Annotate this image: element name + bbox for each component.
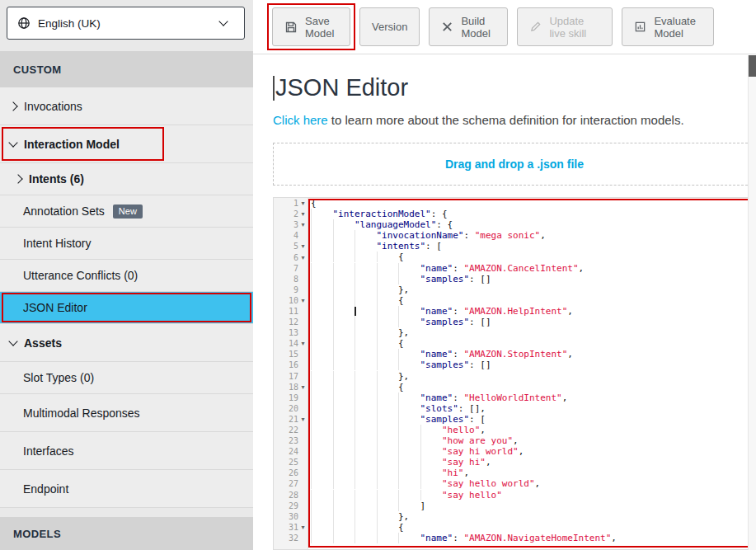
help-link[interactable]: Click here <box>273 113 328 127</box>
button-label: Build Model <box>461 15 495 40</box>
sidebar-item-label: JSON Editor <box>23 301 87 314</box>
dropzone-label: Drag and drop a .json file <box>445 157 584 171</box>
sidebar-item-interaction-model[interactable]: Interaction Model <box>0 125 253 163</box>
sidebar-item-interfaces[interactable]: Interfaces <box>0 432 253 470</box>
sidebar-item-label: Interaction Model <box>24 138 120 151</box>
button-label: Version <box>372 21 407 33</box>
sidebar-item-label: Intent History <box>23 237 91 250</box>
sidebar-item-invocations[interactable]: Invocations <box>0 87 253 125</box>
build-model-button[interactable]: Build Model <box>429 7 508 46</box>
main-panel: Save Model Version Build Model Update li… <box>253 0 756 550</box>
globe-icon <box>17 16 31 30</box>
build-icon <box>441 21 453 33</box>
sidebar-item-label: Utterance Conflicts (0) <box>23 269 138 282</box>
sidebar-item-label: Slot Types (0) <box>23 371 94 384</box>
sidebar-item-intents[interactable]: Intents (6) <box>0 163 253 195</box>
chevron-right-icon <box>13 174 22 183</box>
button-label: Update live skill <box>549 15 600 40</box>
chevron-right-icon <box>8 101 17 110</box>
page-scrollbar[interactable] <box>748 55 756 550</box>
app-window: English (UK) CUSTOM Invocations Interact… <box>0 0 756 550</box>
sidebar-item-label: Invocations <box>24 100 82 113</box>
toolbar: Save Model Version Build Model Update li… <box>253 0 756 54</box>
save-model-button[interactable]: Save Model <box>272 7 350 46</box>
button-label: Save Model <box>305 15 338 40</box>
sidebar-item-label: Interfaces <box>23 444 73 458</box>
sidebar-item-intent-history[interactable]: Intent History <box>0 228 253 260</box>
button-label: Evaluate Model <box>654 15 702 40</box>
sidebar-item-label: Endpoint <box>23 482 68 496</box>
sidebar-nav: Invocations Interaction Model Intents (6… <box>0 87 253 508</box>
chevron-down-icon <box>220 21 234 25</box>
sidebar-item-multimodal-responses[interactable]: Multimodal Responses <box>0 394 253 432</box>
custom-section-header: CUSTOM <box>0 51 253 87</box>
sidebar-item-json-editor[interactable]: JSON Editor <box>0 292 253 324</box>
sidebar-item-assets[interactable]: Assets <box>0 324 253 362</box>
sidebar-item-label: Intents (6) <box>29 172 84 186</box>
update-live-skill-button[interactable]: Update live skill <box>517 7 613 46</box>
page-title: JSON Editor <box>273 74 756 101</box>
editor-code[interactable]: { "interactionModel": { "languageModel":… <box>308 198 756 549</box>
content-area: JSON Editor Click here to learn more abo… <box>253 54 756 550</box>
save-icon <box>284 21 298 34</box>
sidebar-item-label: Multimodal Responses <box>23 407 140 420</box>
new-badge: New <box>113 204 143 219</box>
sidebar-item-label: Assets <box>24 336 62 350</box>
json-dropzone[interactable]: Drag and drop a .json file <box>273 143 756 186</box>
version-button[interactable]: Version <box>359 7 420 46</box>
scrollbar-thumb[interactable] <box>749 55 756 77</box>
json-code-editor[interactable]: 1▾2▾3▾45▾6▾78910▾11121314▾15161718▾19202… <box>273 197 756 550</box>
sidebar-item-label: Annotation Sets <box>23 204 105 218</box>
chevron-down-icon <box>8 138 17 147</box>
page-title-text: JSON Editor <box>275 74 408 101</box>
editor-gutter: 1▾2▾3▾45▾6▾78910▾11121314▾15161718▾19202… <box>274 198 308 549</box>
language-selector-value: English (UK) <box>38 17 101 30</box>
language-selector[interactable]: English (UK) <box>7 7 245 40</box>
help-text-rest: to learn more about the schema definitio… <box>328 113 684 127</box>
sidebar-item-utterance-conflicts[interactable]: Utterance Conflicts (0) <box>0 260 253 292</box>
sidebar-item-endpoint[interactable]: Endpoint <box>0 470 253 508</box>
models-section-header: MODELS <box>0 517 253 550</box>
evaluate-icon <box>634 21 646 33</box>
sidebar-item-slot-types[interactable]: Slot Types (0) <box>0 362 253 394</box>
evaluate-model-button[interactable]: Evaluate Model <box>622 7 714 46</box>
sidebar-item-annotation-sets[interactable]: Annotation Sets New <box>0 195 253 228</box>
update-icon <box>529 21 542 33</box>
text-cursor <box>273 76 275 101</box>
help-text: Click here to learn more about the schem… <box>273 113 756 127</box>
sidebar: English (UK) CUSTOM Invocations Interact… <box>0 0 253 550</box>
chevron-down-icon <box>8 336 17 346</box>
